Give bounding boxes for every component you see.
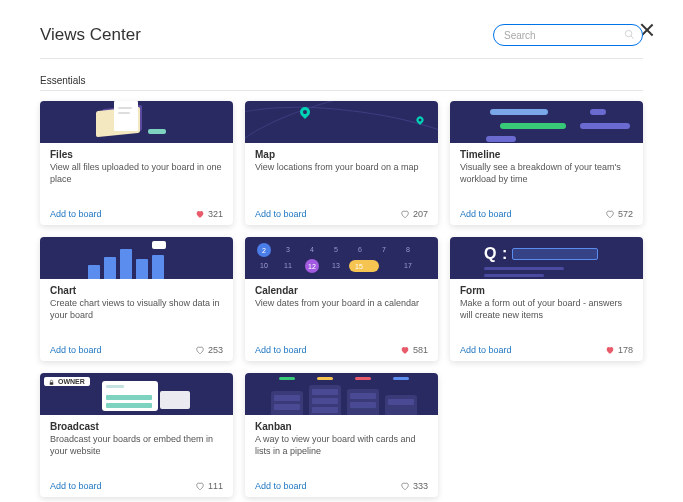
lock-icon xyxy=(48,379,55,386)
add-to-board-button[interactable]: Add to board xyxy=(255,209,307,219)
add-to-board-button[interactable]: Add to board xyxy=(460,209,512,219)
heart-icon xyxy=(195,209,205,219)
card-timeline[interactable]: Timeline Visually see a breakdown of you… xyxy=(450,101,643,225)
card-title: Map xyxy=(255,149,428,160)
heart-icon xyxy=(605,209,615,219)
svg-line-1 xyxy=(631,36,634,39)
likes-count[interactable]: 572 xyxy=(605,209,633,219)
likes-count[interactable]: 207 xyxy=(400,209,428,219)
views-center-modal: Views Center Essentials Files View all f… xyxy=(0,0,683,497)
likes-count[interactable]: 321 xyxy=(195,209,223,219)
card-thumbnail xyxy=(450,101,643,143)
search-input[interactable] xyxy=(493,24,643,46)
page-title: Views Center xyxy=(40,25,141,45)
add-to-board-button[interactable]: Add to board xyxy=(50,209,102,219)
heart-icon xyxy=(195,481,205,491)
svg-point-0 xyxy=(625,30,631,36)
likes-count[interactable]: 333 xyxy=(400,481,428,491)
card-thumbnail xyxy=(245,373,438,415)
card-title: Calendar xyxy=(255,285,428,296)
search-container xyxy=(493,24,643,46)
add-to-board-button[interactable]: Add to board xyxy=(50,345,102,355)
heart-icon xyxy=(400,345,410,355)
card-calendar[interactable]: 2 3 4 5 6 7 8 10 11 12 13 14 15 17 Calen… xyxy=(245,237,438,361)
card-form[interactable]: Q: Form Make a form out of your board - … xyxy=(450,237,643,361)
card-kanban[interactable]: Kanban A way to view your board with car… xyxy=(245,373,438,497)
card-thumbnail: OWNER xyxy=(40,373,233,415)
heart-icon xyxy=(195,345,205,355)
card-files[interactable]: Files View all files uploaded to your bo… xyxy=(40,101,233,225)
card-title: Form xyxy=(460,285,633,296)
card-description: Create chart views to visually show data… xyxy=(50,298,223,343)
card-thumbnail xyxy=(40,237,233,279)
card-chart[interactable]: Chart Create chart views to visually sho… xyxy=(40,237,233,361)
card-title: Timeline xyxy=(460,149,633,160)
add-to-board-button[interactable]: Add to board xyxy=(50,481,102,491)
heart-icon xyxy=(400,209,410,219)
modal-header: Views Center xyxy=(40,24,643,59)
section-label: Essentials xyxy=(40,75,643,91)
card-description: View all files uploaded to your board in… xyxy=(50,162,223,207)
card-description: Make a form out of your board - answers … xyxy=(460,298,633,343)
card-thumbnail xyxy=(40,101,233,143)
likes-count[interactable]: 581 xyxy=(400,345,428,355)
heart-icon xyxy=(605,345,615,355)
card-title: Chart xyxy=(50,285,223,296)
svg-rect-2 xyxy=(50,382,54,385)
card-title: Broadcast xyxy=(50,421,223,432)
card-thumbnail xyxy=(245,101,438,143)
card-broadcast[interactable]: OWNER Broadcast Broadcast your boards or… xyxy=(40,373,233,497)
heart-icon xyxy=(400,481,410,491)
card-description: View dates from your board in a calendar xyxy=(255,298,428,343)
owner-badge: OWNER xyxy=(44,377,90,386)
card-title: Kanban xyxy=(255,421,428,432)
card-description: Visually see a breakdown of your team's … xyxy=(460,162,633,207)
card-description: Broadcast your boards or embed them in y… xyxy=(50,434,223,479)
add-to-board-button[interactable]: Add to board xyxy=(255,481,307,491)
card-title: Files xyxy=(50,149,223,160)
card-description: View locations from your board on a map xyxy=(255,162,428,207)
likes-count[interactable]: 111 xyxy=(195,481,223,491)
add-to-board-button[interactable]: Add to board xyxy=(460,345,512,355)
card-thumbnail: 2 3 4 5 6 7 8 10 11 12 13 14 15 17 xyxy=(245,237,438,279)
add-to-board-button[interactable]: Add to board xyxy=(255,345,307,355)
card-thumbnail: Q: xyxy=(450,237,643,279)
cards-grid: Files View all files uploaded to your bo… xyxy=(40,101,643,497)
likes-count[interactable]: 178 xyxy=(605,345,633,355)
card-map[interactable]: Map View locations from your board on a … xyxy=(245,101,438,225)
likes-count[interactable]: 253 xyxy=(195,345,223,355)
card-description: A way to view your board with cards and … xyxy=(255,434,428,479)
search-icon xyxy=(624,29,635,40)
